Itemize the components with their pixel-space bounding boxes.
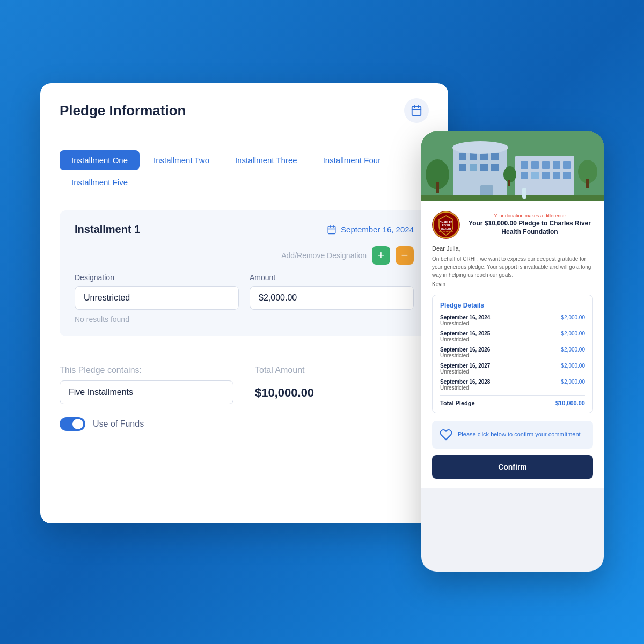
pledge-row-5-date: September 16, 2028 [440, 379, 561, 385]
installment-box: Installment 1 September 16, 2024 Add/Rem… [60, 210, 429, 336]
body-text: On behalf of CRHF, we want to express ou… [432, 255, 593, 279]
tab-installment-four[interactable]: Installment Four [311, 150, 393, 170]
installment-tabs: Installment One Installment Two Installm… [60, 150, 429, 194]
svg-rect-14 [459, 153, 466, 160]
use-of-funds-label: Use of Funds [93, 419, 144, 429]
pledge-row-4-amount: $2,000.00 [561, 363, 586, 369]
svg-rect-38 [522, 188, 526, 199]
svg-rect-32 [553, 172, 560, 179]
pledge-row-4-left: September 16, 2027 Unrestricted [440, 363, 561, 375]
svg-rect-26 [542, 161, 550, 169]
svg-rect-31 [542, 172, 550, 179]
org-header: CHARLES RIVER HEALTH FOUNDATION Your don… [432, 211, 593, 239]
building-illustration [421, 131, 604, 201]
confirm-button[interactable]: Confirm [432, 455, 593, 479]
pledge-contains-label: This Pledge contains: [60, 365, 233, 375]
no-results-text: No results found [75, 315, 414, 324]
pledge-row-3-date: September 16, 2026 [440, 347, 561, 353]
amount-label: Amount [250, 273, 414, 282]
svg-rect-0 [412, 107, 421, 116]
pledge-details-box: Pledge Details September 16, 2024 Unrest… [432, 295, 593, 413]
total-pledge-amount: $10,000.00 [555, 400, 585, 406]
tab-installment-three[interactable]: Installment Three [223, 150, 309, 170]
tab-installment-two[interactable]: Installment Two [142, 150, 221, 170]
tab-installment-five[interactable]: Installment Five [60, 172, 140, 192]
svg-point-22 [452, 141, 508, 154]
mobile-body: CHARLES RIVER HEALTH FOUNDATION Your don… [421, 201, 604, 488]
pledge-row-1-amount: $2,000.00 [561, 314, 586, 320]
pledge-row-4: September 16, 2027 Unrestricted $2,000.0… [440, 363, 585, 375]
amount-input[interactable] [250, 286, 414, 310]
dear-text: Dear Julia, [432, 245, 593, 252]
pledge-card: Pledge Information Installment One Insta… [40, 83, 448, 523]
total-amount-section: Total Amount $10,000.00 [255, 365, 429, 400]
svg-rect-24 [521, 161, 528, 169]
tab-installment-one[interactable]: Installment One [60, 150, 140, 170]
svg-rect-33 [564, 172, 571, 179]
svg-rect-28 [564, 161, 571, 169]
org-logo-shield: CHARLES RIVER HEALTH FOUNDATION [433, 211, 459, 238]
svg-text:FOUNDATION: FOUNDATION [439, 230, 453, 233]
svg-rect-4 [328, 226, 335, 234]
svg-rect-17 [491, 153, 499, 160]
use-of-funds-row: Use of Funds [40, 417, 448, 431]
pledge-row-4-date: September 16, 2027 [440, 363, 561, 369]
add-designation-button[interactable]: + [372, 246, 390, 265]
building-image [421, 131, 604, 201]
total-amount-label: Total Amount [255, 365, 429, 375]
pledge-contains-input[interactable] [60, 380, 233, 404]
pledge-row-2: September 16, 2025 Unrestricted $2,000.0… [440, 331, 585, 342]
org-tagline: Your donation makes a difference [466, 213, 593, 218]
pledge-row-2-date: September 16, 2025 [440, 331, 561, 336]
pledge-row-2-amount: $2,000.00 [561, 331, 586, 336]
svg-rect-16 [480, 153, 488, 160]
calendar-icon [411, 105, 422, 116]
signature-text: Kevin [432, 281, 593, 287]
designation-label: Designation [75, 273, 239, 282]
pledge-row-2-left: September 16, 2025 Unrestricted [440, 331, 561, 342]
svg-rect-20 [480, 164, 488, 171]
mobile-card: CHARLES RIVER HEALTH FOUNDATION Your don… [421, 131, 604, 572]
total-pledge-label: Total Pledge [440, 400, 475, 406]
pledge-contains: This Pledge contains: [60, 365, 233, 404]
designation-fields-row: Designation Amount [75, 273, 414, 310]
pledge-row-2-type: Unrestricted [440, 336, 561, 342]
svg-rect-12 [586, 179, 589, 188]
installment-date-value: September 16, 2024 [341, 225, 414, 234]
svg-rect-35 [421, 195, 604, 201]
add-remove-label: Add/Remove Designation [281, 251, 367, 260]
svg-rect-27 [553, 161, 560, 169]
svg-rect-29 [521, 172, 528, 179]
remove-designation-button[interactable]: − [396, 246, 414, 265]
pledge-row-3: September 16, 2026 Unrestricted $2,000.0… [440, 347, 585, 358]
designation-field-group: Designation [75, 273, 239, 310]
pledge-row-5-type: Unrestricted [440, 385, 561, 391]
svg-rect-21 [491, 164, 499, 171]
svg-rect-25 [531, 161, 539, 169]
svg-rect-37 [508, 180, 510, 186]
heart-icon [440, 428, 452, 441]
installment-date: September 16, 2024 [327, 225, 414, 235]
pledge-row-5: September 16, 2028 Unrestricted $2,000.0… [440, 379, 585, 391]
pledge-title: Pledge Information [60, 103, 186, 119]
pledge-details-title: Pledge Details [440, 302, 585, 309]
date-calendar-icon [327, 225, 336, 235]
installment-number: Installment 1 [75, 223, 140, 236]
pledge-header: Pledge Information [40, 83, 448, 134]
use-of-funds-toggle[interactable] [60, 417, 85, 431]
svg-rect-10 [436, 182, 439, 193]
svg-text:RIVER: RIVER [442, 224, 450, 227]
calendar-button[interactable] [404, 98, 429, 123]
org-logo: CHARLES RIVER HEALTH FOUNDATION [432, 211, 460, 239]
amount-field-group: Amount [250, 273, 414, 310]
svg-rect-30 [531, 172, 539, 179]
confirm-section: Please click below to confirm your commi… [432, 421, 593, 449]
toggle-knob [72, 419, 83, 429]
pledge-row-3-amount: $2,000.00 [561, 347, 586, 353]
total-amount-value: $10,000.00 [255, 380, 429, 400]
designation-input[interactable] [75, 286, 239, 310]
pledge-row-3-left: September 16, 2026 Unrestricted [440, 347, 561, 358]
pledge-row-3-type: Unrestricted [440, 353, 561, 358]
org-text: Your donation makes a difference Your $1… [466, 213, 593, 236]
installment-box-header: Installment 1 September 16, 2024 [75, 223, 414, 236]
